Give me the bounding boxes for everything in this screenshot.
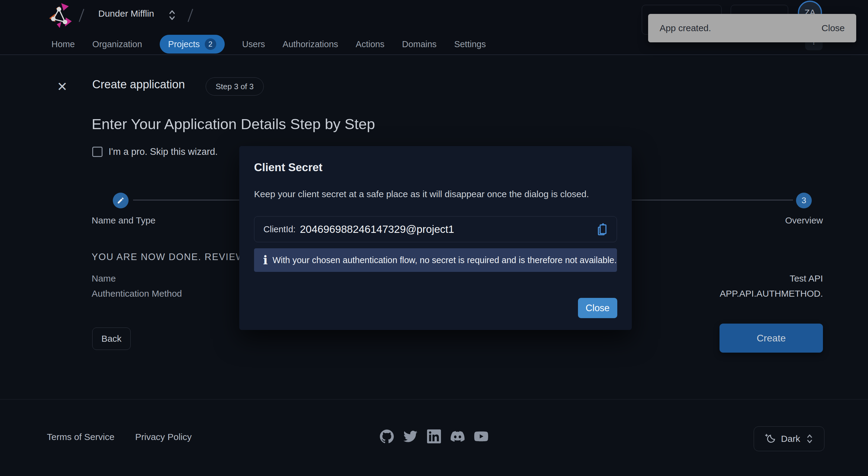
dialog-close-button[interactable]: Close (578, 298, 617, 318)
step-badge: Step 3 of 3 (206, 77, 264, 96)
social-links (0, 430, 868, 443)
nav-authorizations[interactable]: Authorizations (282, 39, 338, 49)
toast-close-button[interactable]: Close (822, 23, 845, 33)
twitter-icon[interactable] (403, 430, 417, 443)
toast-message: App created. (660, 23, 711, 33)
wizard-heading: Enter Your Application Details Step by S… (92, 116, 375, 132)
step-3-label: Overview (785, 215, 823, 226)
breadcrumb-slash (79, 9, 84, 22)
github-icon[interactable] (380, 430, 394, 443)
theme-label: Dark (781, 434, 800, 444)
skip-wizard-checkbox[interactable] (92, 147, 102, 157)
pencil-icon (117, 197, 125, 204)
org-switcher-chevrons-icon[interactable] (167, 9, 177, 21)
step-1-label: Name and Type (92, 215, 155, 226)
info-banner-text: With your chosen authentication flow, no… (254, 255, 617, 265)
nav-users[interactable]: Users (242, 39, 265, 49)
back-button[interactable]: Back (92, 327, 131, 350)
step-1-circle (113, 193, 128, 209)
info-icon: ℹ (263, 254, 268, 266)
client-id-field: ClientId: 204696988246147329@project1 (254, 216, 617, 242)
skip-wizard-row[interactable]: I'm a pro. Skip this wizard. (92, 146, 218, 157)
nav-home[interactable]: Home (52, 39, 75, 49)
theme-chevrons-icon (805, 433, 814, 444)
toast-notification: App created. Close (648, 14, 856, 42)
dialog-title: Client Secret (254, 161, 322, 174)
step-3-number: 3 (802, 196, 806, 205)
footer-divider (0, 399, 868, 400)
nav-actions[interactable]: Actions (356, 39, 384, 49)
client-id-value: 204696988246147329@project1 (300, 223, 454, 235)
org-switcher[interactable]: Dunder Mifflin (98, 8, 154, 19)
step-3-circle: 3 (796, 193, 812, 209)
skip-wizard-label: I'm a pro. Skip this wizard. (108, 146, 218, 157)
review-authmethod-value: APP.API.AUTHMETHOD. (720, 288, 823, 299)
discord-icon[interactable] (451, 430, 465, 443)
wizard-close-icon[interactable]: ✕ (57, 79, 67, 94)
moon-icon (764, 433, 776, 445)
client-secret-dialog: Client Secret Keep your client secret at… (239, 146, 632, 330)
nav-projects[interactable]: Projects 2 (160, 35, 225, 54)
linkedin-icon[interactable] (427, 430, 441, 443)
main-nav: Home Organization Projects 2 Users Autho… (52, 33, 486, 55)
projects-count-badge: 2 (205, 38, 216, 50)
client-id-label: ClientId: (264, 224, 296, 234)
review-heading: YOU ARE NOW DONE. REVIEW (92, 252, 245, 262)
page-title: Create application (92, 78, 185, 91)
youtube-icon[interactable] (474, 430, 488, 443)
nav-projects-label: Projects (168, 39, 200, 49)
create-button[interactable]: Create (719, 324, 823, 353)
nav-domains[interactable]: Domains (402, 39, 436, 49)
breadcrumb-slash (187, 9, 193, 22)
review-authmethod-label: Authentication Method (92, 288, 182, 299)
dialog-description: Keep your client secret at a safe place … (254, 189, 589, 199)
review-name-value: Test API (790, 274, 823, 284)
review-name-label: Name (92, 274, 116, 284)
info-banner: ℹ With your chosen authentication flow, … (254, 248, 617, 272)
zitadel-logo[interactable] (49, 2, 72, 30)
copy-clipboard-icon[interactable] (595, 223, 610, 236)
nav-settings[interactable]: Settings (454, 39, 486, 49)
theme-selector[interactable]: Dark (754, 426, 825, 451)
nav-organization[interactable]: Organization (92, 39, 142, 49)
